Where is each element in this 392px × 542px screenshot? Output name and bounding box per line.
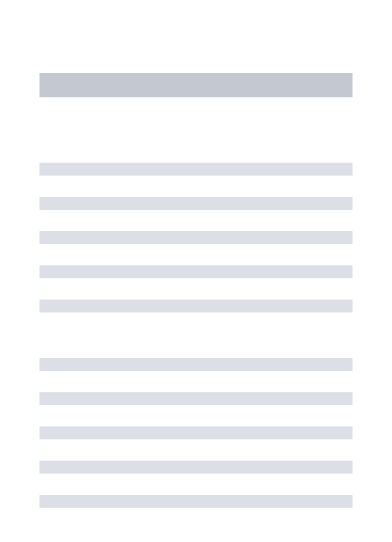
skeleton-line	[40, 231, 352, 244]
skeleton-line	[40, 197, 352, 210]
skeleton-line	[40, 426, 352, 439]
skeleton-line	[40, 163, 352, 176]
skeleton-line	[40, 300, 352, 312]
skeleton-line	[40, 495, 352, 508]
skeleton-line	[40, 461, 352, 474]
skeleton-header	[40, 73, 352, 97]
skeleton-line	[40, 358, 352, 371]
skeleton-line	[40, 265, 352, 278]
skeleton-line	[40, 392, 352, 405]
